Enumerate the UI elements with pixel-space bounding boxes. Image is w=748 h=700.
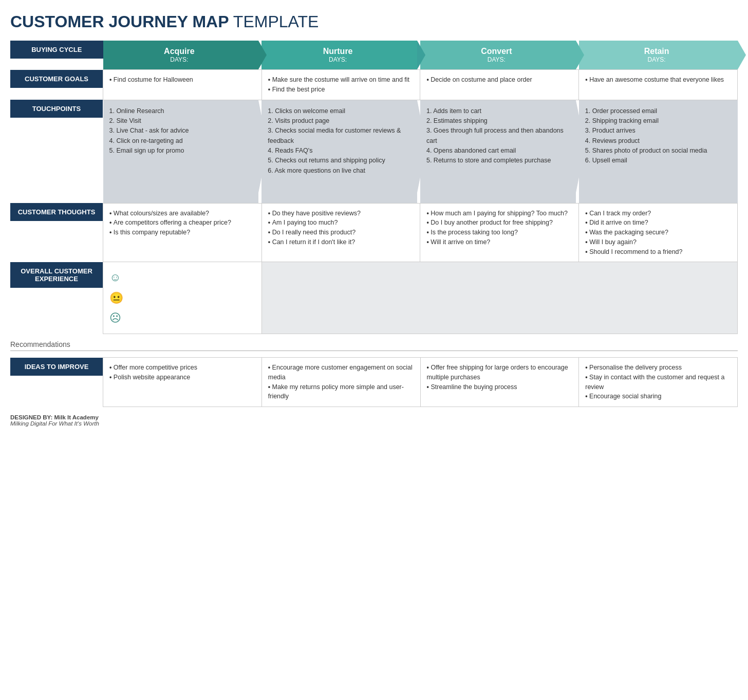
ideas-cell-2: Encourage more customer engagement on so… xyxy=(261,358,420,407)
ideas-cell-1: Offer more competitive prices Polish web… xyxy=(103,358,262,407)
footer-line2: Milking Digital For What It's Worth xyxy=(10,420,738,427)
buying-cycle-header: BUYING CYCLE xyxy=(10,41,103,59)
goals-label: CUSTOMER GOALS xyxy=(10,70,103,88)
goals-cell-2: Make sure the costume will arrive on tim… xyxy=(261,70,420,100)
ideas-cell-3: Offer free shipping for large orders to … xyxy=(420,358,579,407)
touchpoints-content-2: 1. Clicks on welcome email2. Visits prod… xyxy=(268,106,407,176)
thoughts-cell-2: Do they have positive reviews? Am I payi… xyxy=(261,203,420,262)
footer: DESIGNED BY: Milk It Academy Milking Dig… xyxy=(10,414,738,427)
touchpoints-cell-2: 1. Clicks on welcome email2. Visits prod… xyxy=(261,100,420,203)
thoughts-cell-4: Can I track my order? Did it arrive on t… xyxy=(579,203,738,262)
touchpoints-row: TOUCHPOINTS 1. Online Research2. Site Vi… xyxy=(10,100,738,203)
recommendations-section: Recommendations xyxy=(10,340,738,357)
ideas-cell-4: Personalise the delivery process Stay in… xyxy=(579,358,738,407)
footer-line1: DESIGNED BY: Milk It Academy xyxy=(10,414,738,420)
phase-convert: ConvertDAYS: xyxy=(420,41,576,69)
buying-cycle-row: BUYING CYCLE AcquireDAYS: NurtureDAYS: C… xyxy=(10,41,738,70)
thoughts-cell-3: How much am I paying for shipping? Too m… xyxy=(420,203,579,262)
experience-wide xyxy=(261,262,737,334)
experience-row: OVERALL CUSTOMER EXPERIENCE ☺ 😐 ☹ xyxy=(10,262,738,334)
journey-map-table: BUYING CYCLE AcquireDAYS: NurtureDAYS: C… xyxy=(10,41,738,334)
touchpoints-cell-1: 1. Online Research2. Site Visit3. Live C… xyxy=(103,100,262,203)
thoughts-cell-1: What colours/sizes are available? Are co… xyxy=(103,203,262,262)
touchpoints-content-4: 1. Order processed email2. Shipping trac… xyxy=(585,106,707,166)
touchpoints-cell-4: 1. Order processed email2. Shipping trac… xyxy=(579,100,738,203)
customer-thoughts-row: CUSTOMER THOUGHTS What colours/sizes are… xyxy=(10,203,738,262)
touchpoints-content-3: 1. Adds item to cart2. Estimates shippin… xyxy=(426,106,566,166)
goals-cell-4: Have an awesome costume that everyone li… xyxy=(579,70,738,100)
emoji-neutral: 😐 xyxy=(109,288,255,308)
goals-cell-1: Find costume for Halloween xyxy=(103,70,262,100)
phase-acquire: AcquireDAYS: xyxy=(103,41,259,69)
emoji-happy: ☺ xyxy=(109,267,255,288)
touchpoints-label: TOUCHPOINTS xyxy=(10,100,103,118)
emoji-sad: ☹ xyxy=(109,308,255,328)
ideas-label: IDEAS TO IMPROVE xyxy=(10,358,103,376)
touchpoints-content-1: 1. Online Research2. Site Visit3. Live C… xyxy=(109,106,189,156)
experience-label: OVERALL CUSTOMER EXPERIENCE xyxy=(10,262,103,288)
phase-nurture: NurtureDAYS: xyxy=(261,41,417,69)
touchpoints-cell-3: 1. Adds item to cart2. Estimates shippin… xyxy=(420,100,579,203)
ideas-row: IDEAS TO IMPROVE Offer more competitive … xyxy=(10,358,738,407)
page-title: CUSTOMER JOURNEY MAP TEMPLATE xyxy=(10,12,738,31)
recommendations-label: Recommendations xyxy=(10,340,738,351)
phase-retain: RetainDAYS: xyxy=(579,41,738,69)
goals-cell-3: Decide on costume and place order xyxy=(420,70,579,100)
thoughts-label: CUSTOMER THOUGHTS xyxy=(10,203,103,221)
customer-goals-row: CUSTOMER GOALS Find costume for Hallowee… xyxy=(10,70,738,100)
experience-emojis: ☺ 😐 ☹ xyxy=(103,262,262,334)
ideas-table: IDEAS TO IMPROVE Offer more competitive … xyxy=(10,357,738,407)
